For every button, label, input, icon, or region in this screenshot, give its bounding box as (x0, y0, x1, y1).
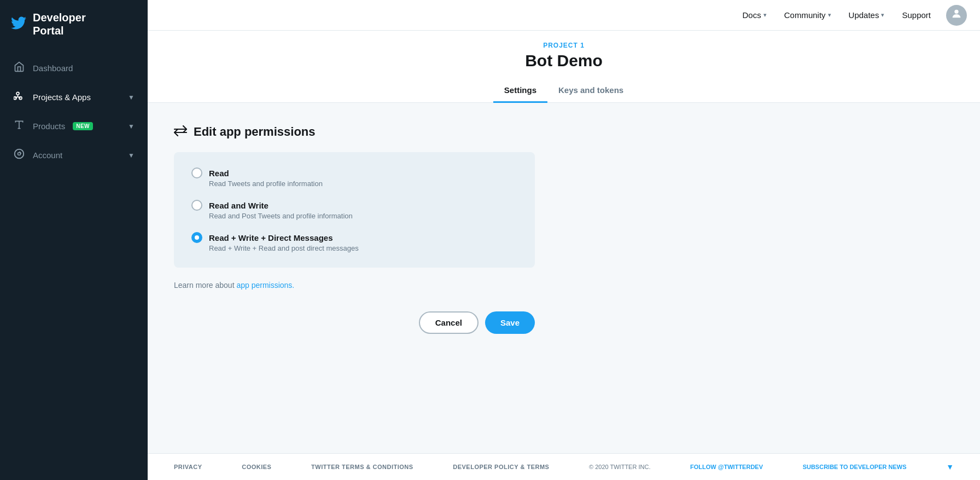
community-chevron-icon: ▾ (828, 11, 831, 19)
user-avatar[interactable] (946, 5, 967, 26)
sidebar-item-account[interactable]: Account ▼ (0, 141, 148, 170)
footer-cookies-link[interactable]: COOKIES (242, 464, 271, 470)
sidebar-item-products-label: Products (33, 122, 65, 131)
account-icon (13, 148, 25, 162)
permission-read-write-desc: Read and Post Tweets and profile informa… (209, 212, 517, 220)
project-label: PROJECT 1 (148, 42, 980, 49)
arrows-icon (174, 125, 187, 139)
edit-permissions-title: Edit app permissions (194, 125, 316, 139)
projects-icon (13, 90, 25, 104)
updates-chevron-icon: ▾ (881, 11, 884, 19)
sidebar-navigation: Dashboard Projects & Apps ▼ (0, 48, 148, 175)
docs-chevron-icon: ▾ (763, 11, 767, 19)
permission-read-desc: Read Tweets and profile information (209, 180, 517, 188)
tab-settings[interactable]: Settings (493, 79, 547, 103)
edit-permissions-header: Edit app permissions (174, 125, 954, 139)
page-header: PROJECT 1 Bot Demo Settings Keys and tok… (148, 31, 980, 103)
page-title: Bot Demo (148, 51, 980, 70)
tab-keys-tokens[interactable]: Keys and tokens (547, 79, 634, 103)
sidebar-logo-text: DeveloperPortal (33, 11, 86, 37)
account-chevron-icon: ▼ (128, 152, 135, 159)
radio-read[interactable] (191, 167, 202, 178)
updates-label: Updates (849, 10, 879, 20)
products-icon (13, 119, 25, 133)
radio-read-write[interactable] (191, 200, 202, 211)
permission-read-write-dm-row[interactable]: Read + Write + Direct Messages (191, 232, 517, 243)
home-icon (13, 61, 25, 75)
footer-follow-handle[interactable]: @TWITTERDEV (718, 464, 763, 470)
docs-label: Docs (743, 10, 761, 20)
updates-nav-item[interactable]: Updates ▾ (842, 6, 891, 24)
radio-inner (195, 235, 199, 240)
page-tabs: Settings Keys and tokens (148, 79, 980, 102)
permissions-card: Read Read Tweets and profile information… (174, 152, 535, 268)
sidebar-logo[interactable]: DeveloperPortal (0, 0, 148, 48)
permission-read-write-dm-label: Read + Write + Direct Messages (209, 233, 333, 242)
docs-nav-item[interactable]: Docs ▾ (736, 6, 773, 24)
save-button[interactable]: Save (485, 311, 535, 334)
app-wrapper: DeveloperPortal Dashboard (0, 0, 980, 480)
footer-privacy-link[interactable]: PRIVACY (174, 464, 202, 470)
footer-twitter-terms-link[interactable]: TWITTER TERMS & CONDITIONS (311, 464, 413, 470)
actions-bar: Cancel Save (174, 311, 535, 334)
permission-read-write-dm-desc: Read + Write + Read and post direct mess… (209, 244, 517, 252)
footer-chevron-icon[interactable]: ▼ (946, 462, 954, 471)
radio-read-write-dm[interactable] (191, 232, 202, 243)
sidebar-item-dashboard-label: Dashboard (33, 63, 73, 73)
permission-read-write-row[interactable]: Read and Write (191, 200, 517, 211)
svg-point-0 (16, 92, 19, 95)
permission-option-read: Read Read Tweets and profile information (191, 167, 517, 188)
footer-subscribe: SUBSCRIBE TO DEVELOPER NEWS (803, 464, 907, 470)
sidebar-item-projects-label: Projects & Apps (33, 92, 91, 102)
products-chevron-icon: ▼ (128, 123, 135, 130)
footer-follow: FOLLOW @TWITTERDEV (690, 464, 763, 470)
main-content: Docs ▾ Community ▾ Updates ▾ Support (148, 0, 980, 480)
projects-chevron-icon: ▼ (128, 94, 135, 101)
support-label: Support (902, 10, 931, 20)
permission-read-label: Read (209, 169, 229, 178)
footer-copyright: © 2020 TWITTER INC. (589, 464, 650, 470)
top-navigation: Docs ▾ Community ▾ Updates ▾ Support (148, 0, 980, 31)
community-label: Community (784, 10, 826, 20)
sidebar-item-account-label: Account (33, 151, 62, 160)
sidebar-item-projects-apps[interactable]: Projects & Apps ▼ (0, 83, 148, 112)
permission-option-read-write: Read and Write Read and Post Tweets and … (191, 200, 517, 220)
community-nav-item[interactable]: Community ▾ (778, 6, 838, 24)
footer-dev-policy-link[interactable]: DEVELOPER POLICY & TERMS (453, 464, 549, 470)
permission-read-row[interactable]: Read (191, 167, 517, 178)
learn-more-link[interactable]: app permissions. (236, 281, 294, 290)
support-nav-item[interactable]: Support (895, 6, 937, 24)
footer-subscribe-link[interactable]: DEVELOPER NEWS (850, 464, 907, 470)
learn-more-text: Learn more about app permissions. (174, 281, 954, 290)
sidebar-item-dashboard[interactable]: Dashboard (0, 54, 148, 83)
svg-point-9 (954, 10, 958, 14)
sidebar: DeveloperPortal Dashboard (0, 0, 148, 480)
svg-point-8 (18, 153, 21, 155)
permission-option-read-write-dm: Read + Write + Direct Messages Read + Wr… (191, 232, 517, 252)
page-footer: PRIVACY COOKIES TWITTER TERMS & CONDITIO… (148, 453, 980, 480)
permission-read-write-label: Read and Write (209, 201, 269, 210)
cancel-button[interactable]: Cancel (419, 311, 479, 334)
sidebar-item-products[interactable]: Products NEW ▼ (0, 112, 148, 141)
new-badge: NEW (73, 122, 93, 130)
content-area: Edit app permissions Read Read Tweets an… (148, 103, 980, 453)
avatar-icon (950, 8, 962, 22)
twitter-bird-icon (11, 16, 26, 32)
